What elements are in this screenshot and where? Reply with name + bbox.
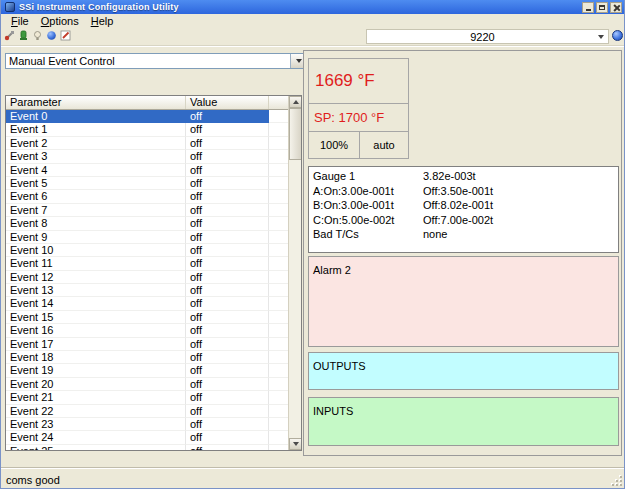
table-row[interactable]: Event 22off — [6, 405, 288, 418]
table-row[interactable]: Event 1off — [6, 123, 288, 136]
bulb-icon[interactable] — [32, 30, 43, 41]
table-row[interactable]: Event 9off — [6, 231, 288, 244]
column-header-value[interactable]: Value — [186, 96, 269, 109]
parameter-cell: Event 20 — [6, 378, 186, 391]
column-header-parameter[interactable]: Parameter — [6, 96, 186, 109]
toolbar-divider — [1, 45, 624, 47]
parameter-cell: Event 12 — [6, 271, 186, 284]
filler-cell — [269, 364, 288, 377]
value-cell: off — [186, 231, 269, 244]
gauge-row-label: A:On:3.00e-001t — [313, 185, 394, 197]
parameter-cell: Event 19 — [6, 364, 186, 377]
table-row[interactable]: Event 17off — [6, 338, 288, 351]
chevron-down-icon[interactable] — [598, 35, 604, 39]
filler-cell — [269, 271, 288, 284]
filler-cell — [269, 231, 288, 244]
filler-cell — [269, 217, 288, 230]
table-row[interactable]: Event 25off — [6, 445, 288, 450]
parameter-cell: Event 0 — [6, 110, 186, 123]
parameter-cell: Event 21 — [6, 391, 186, 404]
table-row[interactable]: Event 18off — [6, 351, 288, 364]
toolbar: 9220 — [1, 28, 624, 45]
table-row[interactable]: Event 5off — [6, 177, 288, 190]
app-icon — [5, 2, 15, 12]
table-row[interactable]: Event 19off — [6, 364, 288, 377]
event-table: Parameter Value Event 0offEvent 1offEven… — [5, 95, 302, 451]
connect-icon[interactable] — [4, 30, 15, 41]
filler-cell — [269, 284, 288, 297]
table-row[interactable]: Event 7off — [6, 204, 288, 217]
menu-file[interactable]: File — [5, 15, 35, 27]
filler-cell — [269, 405, 288, 418]
resize-grip[interactable] — [610, 474, 622, 486]
filler-cell — [269, 297, 288, 310]
filler-cell — [269, 431, 288, 444]
gauge-row-label: B:On:3.00e-001t — [313, 199, 394, 211]
value-cell: off — [186, 364, 269, 377]
minimize-button[interactable] — [582, 2, 594, 13]
maximize-button[interactable] — [596, 2, 608, 13]
maximize-icon — [599, 5, 605, 10]
scroll-down-button[interactable] — [289, 438, 302, 450]
view-selector[interactable]: Manual Event Control — [5, 53, 307, 69]
gauge-row-value: 3.82e-003t — [423, 170, 476, 182]
table-row[interactable]: Event 14off — [6, 297, 288, 310]
parameter-cell: Event 4 — [6, 164, 186, 177]
table-row[interactable]: Event 21off — [6, 391, 288, 404]
toolbar-icons — [4, 30, 71, 41]
gauge-row-value: Off:7.00e-002t — [423, 214, 493, 226]
minimize-icon — [586, 9, 591, 11]
view-selector-value: Manual Event Control — [6, 55, 290, 67]
table-row[interactable]: Event 13off — [6, 284, 288, 297]
gauge-row-value: none — [423, 228, 447, 240]
scroll-up-button[interactable] — [289, 96, 302, 108]
table-row[interactable]: Event 10off — [6, 244, 288, 257]
scrollbar-thumb[interactable] — [289, 108, 302, 160]
parameter-cell: Event 8 — [6, 217, 186, 230]
close-button[interactable] — [610, 2, 622, 13]
table-scrollbar[interactable] — [288, 96, 301, 450]
table-row[interactable]: Event 24off — [6, 431, 288, 444]
table-row[interactable]: Event 2off — [6, 137, 288, 150]
menu-options[interactable]: Options — [35, 15, 85, 27]
control-mode: auto — [359, 131, 409, 159]
table-row[interactable]: Event 12off — [6, 271, 288, 284]
table-row[interactable]: Event 4off — [6, 164, 288, 177]
device-selector[interactable]: 9220 — [366, 29, 609, 44]
filler-cell — [269, 164, 288, 177]
parameter-cell: Event 7 — [6, 204, 186, 217]
edit-icon[interactable] — [60, 30, 71, 41]
gauge-row: A:On:3.00e-001tOff:3.50e-001t — [313, 185, 618, 200]
download-icon[interactable] — [18, 30, 29, 41]
parameter-cell: Event 1 — [6, 123, 186, 136]
gauge-info-panel: Gauge 13.82e-003tA:On:3.00e-001tOff:3.50… — [308, 166, 619, 253]
table-row[interactable]: Event 8off — [6, 217, 288, 230]
table-row[interactable]: Event 15off — [6, 311, 288, 324]
filler-cell — [269, 137, 288, 150]
process-value: 1669 °F — [309, 71, 375, 91]
gauge-row-label: Gauge 1 — [313, 170, 355, 182]
column-header-filler — [269, 96, 288, 109]
table-row[interactable]: Event 20off — [6, 378, 288, 391]
menu-help[interactable]: Help — [85, 15, 120, 27]
table-row[interactable]: Event 0off — [6, 110, 288, 123]
instrument-status-panel: 1669 °F SP: 1700 °F 100% auto Gauge 13.8… — [303, 50, 622, 456]
table-row[interactable]: Event 3off — [6, 150, 288, 163]
help-icon[interactable] — [612, 30, 623, 41]
output-mode-row: 100% auto — [308, 131, 409, 159]
filler-cell — [269, 391, 288, 404]
status-text: coms good — [6, 474, 60, 486]
table-row[interactable]: Event 23off — [6, 418, 288, 431]
process-value-box: 1669 °F — [308, 58, 409, 104]
menu-bar: File Options Help — [1, 14, 624, 28]
table-row[interactable]: Event 16off — [6, 324, 288, 337]
setpoint-value: SP: 1700 °F — [309, 110, 384, 125]
status-bar: coms good — [1, 467, 624, 488]
window-controls — [582, 2, 622, 13]
table-row[interactable]: Event 11off — [6, 257, 288, 270]
inputs-label: INPUTS — [313, 405, 353, 417]
filler-cell — [269, 351, 288, 364]
setpoint-box: SP: 1700 °F — [308, 103, 409, 132]
table-row[interactable]: Event 6off — [6, 190, 288, 203]
network-icon[interactable] — [46, 30, 57, 41]
